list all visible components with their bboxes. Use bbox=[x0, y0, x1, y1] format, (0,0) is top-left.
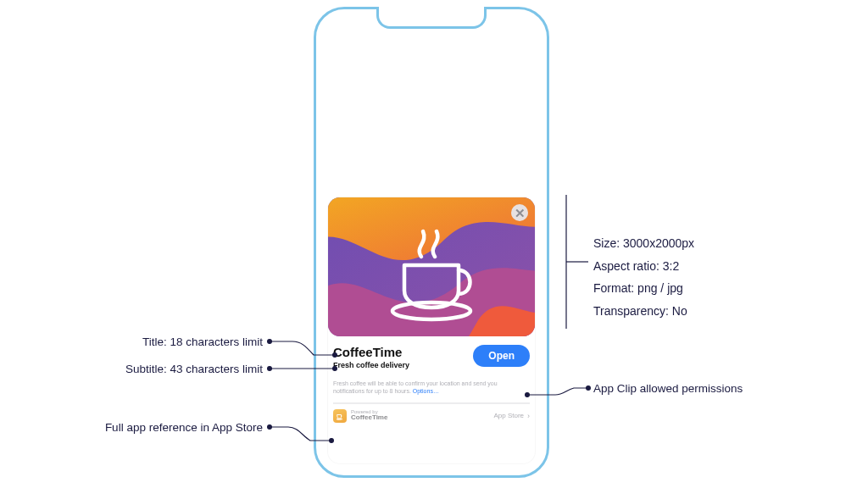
meta-row: CoffeeTime Fresh coffee delivery Open bbox=[328, 336, 535, 376]
chevron-right-icon: › bbox=[527, 412, 530, 420]
svg-point-3 bbox=[268, 340, 272, 344]
svg-point-10 bbox=[587, 386, 591, 391]
spec-transparency: Transparency: No bbox=[593, 300, 694, 323]
close-icon[interactable]: ✕ bbox=[511, 204, 528, 221]
spec-size: Size: 3000x2000px bbox=[593, 232, 694, 255]
card-footer: Powered by CoffeeTime App Store › bbox=[328, 409, 535, 426]
divider bbox=[333, 402, 530, 404]
permissions-options-link[interactable]: Options… bbox=[413, 388, 439, 394]
callout-permissions: App Clip allowed permissions bbox=[593, 382, 743, 395]
app-icon bbox=[333, 409, 347, 423]
open-button[interactable]: Open bbox=[473, 345, 530, 367]
callout-full-app-ref: Full app reference in App Store bbox=[70, 421, 263, 434]
spec-format: Format: png / jpg bbox=[593, 277, 694, 300]
svg-point-5 bbox=[268, 367, 272, 371]
svg-point-7 bbox=[268, 425, 272, 430]
app-store-link[interactable]: App Store › bbox=[490, 412, 530, 420]
powered-by[interactable]: Powered by CoffeeTime bbox=[333, 409, 387, 423]
phone-outline: ✕ CoffeeTime Fresh coffee delivery Open … bbox=[314, 7, 549, 478]
permissions-text: Fresh coffee will be able to confirm you… bbox=[328, 376, 535, 401]
svg-point-2 bbox=[337, 419, 342, 419]
powered-by-name: CoffeeTime bbox=[351, 414, 387, 422]
card-title: CoffeeTime bbox=[333, 345, 409, 359]
callout-subtitle-limit: Subtitle: 43 characters limit bbox=[81, 363, 263, 375]
callout-title-limit: Title: 18 characters limit bbox=[102, 336, 263, 348]
spec-aspect: Aspect ratio: 3:2 bbox=[593, 255, 694, 278]
app-store-label: App Store bbox=[493, 412, 524, 419]
image-specs: Size: 3000x2000px Aspect ratio: 3:2 Form… bbox=[593, 232, 694, 322]
hero-image: ✕ bbox=[328, 197, 535, 336]
card-subtitle: Fresh coffee delivery bbox=[333, 361, 409, 369]
phone-notch bbox=[376, 7, 487, 29]
app-clip-card: ✕ CoffeeTime Fresh coffee delivery Open … bbox=[328, 197, 535, 463]
